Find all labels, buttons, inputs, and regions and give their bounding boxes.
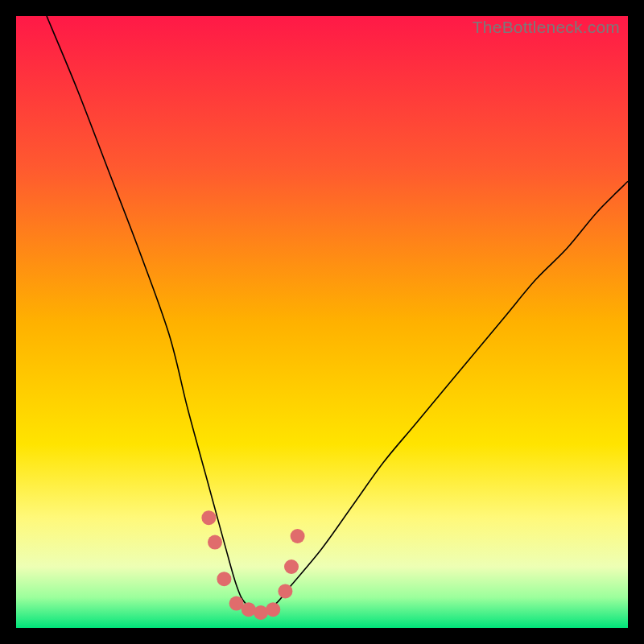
chart-overlay (16, 16, 628, 628)
highlight-dot (284, 559, 299, 574)
highlight-markers (201, 510, 304, 620)
chart-frame: TheBottleneck.com (16, 16, 628, 628)
highlight-dot (291, 529, 305, 543)
highlight-dot (217, 572, 231, 586)
highlight-dot (201, 510, 216, 525)
highlight-dot (254, 605, 268, 620)
bottleneck-curve (47, 16, 628, 613)
highlight-dot (266, 602, 280, 617)
watermark-text: TheBottleneck.com (473, 18, 620, 37)
highlight-dot (208, 535, 222, 550)
highlight-dot (242, 602, 256, 617)
highlight-dot (278, 584, 292, 598)
